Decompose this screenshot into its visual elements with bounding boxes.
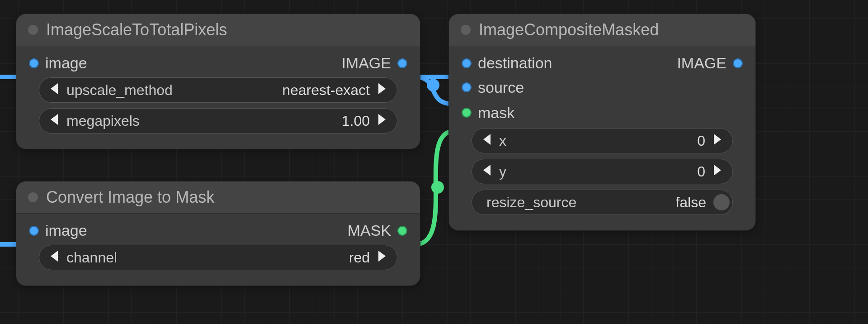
node-header[interactable]: ImageCompositeMasked: [449, 14, 755, 46]
input-port-mask[interactable]: [462, 108, 472, 118]
chevron-right-icon[interactable]: [373, 114, 392, 128]
output-label-mask: MASK: [348, 222, 391, 239]
input-port-destination[interactable]: [462, 58, 472, 68]
chevron-right-icon[interactable]: [708, 133, 727, 148]
widget-upscale-method[interactable]: upscale_method nearest-exact: [39, 77, 397, 103]
collapse-dot-icon[interactable]: [28, 192, 38, 202]
widget-label: y: [496, 163, 506, 180]
node-header[interactable]: Convert Image to Mask: [16, 181, 420, 214]
widget-label: channel: [64, 249, 117, 266]
toggle-knob-icon[interactable]: [713, 194, 730, 210]
input-port-source[interactable]: [462, 82, 472, 92]
widget-value: 0: [506, 163, 708, 180]
chevron-right-icon[interactable]: [708, 164, 727, 179]
node-title: ImageScaleToTotalPixels: [46, 20, 227, 39]
chevron-right-icon[interactable]: [373, 83, 392, 97]
chevron-left-icon[interactable]: [477, 133, 496, 148]
node-title: ImageCompositeMasked: [479, 20, 659, 39]
chevron-left-icon[interactable]: [45, 114, 64, 128]
input-port-image[interactable]: [29, 58, 39, 68]
input-label-destination: destination: [478, 54, 552, 72]
collapse-dot-icon[interactable]: [461, 25, 471, 35]
widget-label: upscale_method: [64, 82, 173, 99]
output-port-image[interactable]: [397, 58, 407, 68]
input-label-mask: mask: [478, 104, 514, 122]
output-port-image[interactable]: [733, 58, 743, 68]
node-image-composite-masked[interactable]: ImageCompositeMasked destination IMAGE s…: [448, 14, 756, 231]
widget-x[interactable]: x 0: [472, 128, 733, 153]
output-label-image: IMAGE: [341, 54, 391, 72]
input-label-source: source: [478, 79, 524, 96]
widget-value: 0: [506, 133, 708, 149]
input-label-image: image: [45, 54, 87, 72]
output-label-image: IMAGE: [677, 54, 726, 72]
widget-label: megapixels: [64, 113, 140, 129]
widget-value: nearest-exact: [173, 82, 373, 99]
node-image-scale-to-total-pixels[interactable]: ImageScaleToTotalPixels image IMAGE upsc…: [16, 14, 420, 149]
widget-value: 1.00: [140, 113, 373, 129]
widget-value: red: [117, 249, 373, 266]
collapse-dot-icon[interactable]: [28, 25, 38, 35]
chevron-left-icon[interactable]: [45, 250, 64, 265]
output-port-mask[interactable]: [397, 226, 407, 236]
widget-label: resize_source: [477, 194, 576, 211]
widget-value: false: [576, 194, 709, 211]
node-convert-image-to-mask[interactable]: Convert Image to Mask image MASK channel…: [16, 181, 420, 286]
node-header[interactable]: ImageScaleToTotalPixels: [16, 14, 420, 46]
input-port-image[interactable]: [29, 226, 39, 236]
chevron-left-icon[interactable]: [45, 83, 64, 97]
input-label-image: image: [45, 222, 87, 239]
widget-y[interactable]: y 0: [472, 159, 733, 184]
chevron-left-icon[interactable]: [477, 164, 496, 179]
node-title: Convert Image to Mask: [46, 188, 214, 207]
widget-label: x: [496, 133, 506, 149]
widget-megapixels[interactable]: megapixels 1.00: [39, 108, 397, 133]
chevron-right-icon[interactable]: [373, 250, 392, 265]
widget-channel[interactable]: channel red: [39, 245, 397, 270]
widget-resize-source[interactable]: resize_source false: [472, 190, 733, 215]
